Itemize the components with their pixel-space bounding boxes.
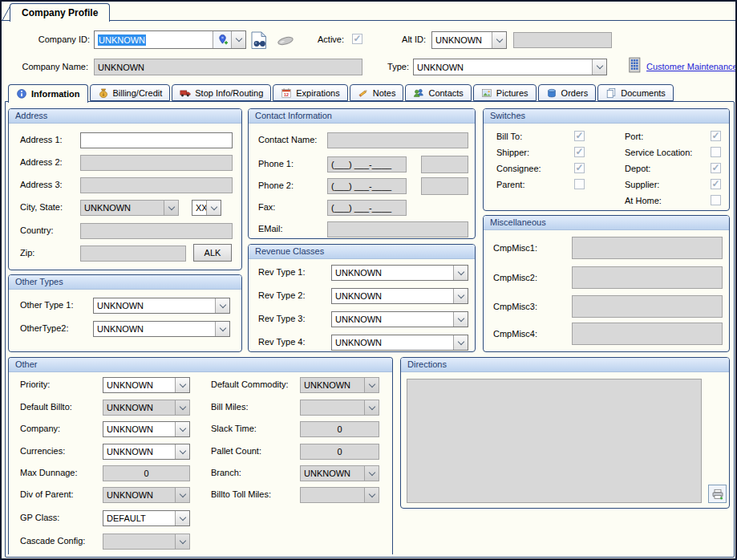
tab-expirations[interactable]: 12 Expirations [273, 84, 347, 101]
at-home-checkbox [711, 195, 721, 205]
tab-documents[interactable]: Documents [597, 84, 674, 101]
chevron-down-icon[interactable] [215, 298, 229, 313]
consignee-label: Consignee: [496, 164, 541, 173]
divider [2, 20, 735, 21]
window-title: Company Profile [22, 7, 98, 18]
miscellaneous-group-header: Miscellaneous [484, 216, 729, 230]
billto-toll-miles-combo [300, 487, 379, 503]
branch-combo: UNKNOWN [300, 465, 379, 481]
branch-value: UNKNOWN [301, 466, 364, 481]
priority-value: UNKNOWN [103, 378, 175, 392]
other-group: Other Priority: UNKNOWN Default Billto: … [8, 357, 393, 554]
phone1-ext-input [421, 156, 468, 173]
tab-orders[interactable]: Orders [538, 84, 597, 101]
pallet-count-label: Pallet Count: [211, 446, 261, 456]
documents-icon [605, 87, 617, 99]
type-combo[interactable]: UNKNOWN [413, 59, 607, 75]
chevron-down-icon[interactable] [206, 201, 221, 215]
customer-maintenance-link[interactable]: Customer Maintenance [646, 62, 737, 71]
company-combo[interactable]: UNKNOWN [103, 421, 190, 437]
div-of-parent-value: UNKNOWN [103, 488, 175, 502]
priority-combo[interactable]: UNKNOWN [103, 377, 190, 393]
phone2-ext-input [421, 177, 468, 195]
state-combo[interactable]: XX [192, 200, 221, 216]
chevron-down-icon[interactable] [175, 444, 189, 459]
alt-id-combo[interactable]: UNKNOWN [431, 31, 507, 49]
building-icon [626, 55, 643, 75]
shipper-checkbox [574, 147, 585, 157]
cascade-config-value [103, 534, 175, 549]
gp-class-combo[interactable]: DEFAULT [103, 510, 190, 526]
chevron-down-icon[interactable] [231, 31, 245, 48]
chevron-down-icon[interactable] [175, 378, 189, 392]
rev-type3-combo[interactable]: UNKNOWN [331, 311, 468, 327]
binoculars-document-icon[interactable] [249, 30, 269, 51]
company-id-combo[interactable]: UNKNOWN [94, 30, 246, 49]
other-type2-combo[interactable]: UNKNOWN [93, 321, 230, 337]
tab-pictures[interactable]: Pictures [473, 84, 537, 101]
chevron-down-icon[interactable] [453, 266, 468, 280]
address1-input[interactable] [80, 132, 233, 148]
tab-contacts[interactable]: Contacts [405, 84, 471, 101]
gp-class-value: DEFAULT [103, 511, 175, 526]
city-state-label: City, State: [20, 202, 63, 212]
max-dunnage-input: 0 [103, 465, 190, 481]
fax-input: (___) ___-____ [327, 200, 407, 216]
contact-information-group-header: Contact Information [249, 109, 475, 124]
chevron-down-icon [364, 488, 379, 502]
consignee-checkbox [574, 163, 585, 173]
service-location-checkbox [711, 147, 721, 157]
zip-input [80, 246, 186, 262]
calendar-icon: 12 [281, 87, 292, 99]
chevron-down-icon[interactable] [215, 322, 229, 336]
city-combo: UNKNOWN [80, 200, 179, 216]
cmpmisc4-label: CmpMisc4: [493, 329, 537, 339]
chevron-down-icon[interactable] [175, 422, 189, 436]
chevron-down-icon[interactable] [453, 312, 468, 327]
chevron-down-icon[interactable] [453, 289, 468, 303]
contacts-icon [413, 87, 424, 99]
rev-type4-combo[interactable]: UNKNOWN [331, 335, 468, 351]
max-dunnage-label: Max Dunnage: [20, 468, 78, 477]
picture-icon [481, 87, 492, 99]
chevron-down-icon[interactable] [592, 59, 606, 75]
chevron-down-icon[interactable] [492, 32, 506, 48]
company-profile-window: Company Profile Company ID: UNKNOWN Acti… [0, 0, 737, 560]
currencies-combo[interactable]: UNKNOWN [103, 444, 190, 460]
chevron-down-icon [364, 400, 379, 415]
cmpmisc4-input [572, 323, 723, 345]
tab-notes[interactable]: Notes [350, 84, 404, 101]
rev-type2-combo[interactable]: UNKNOWN [331, 288, 468, 304]
chevron-down-icon[interactable] [453, 335, 468, 350]
chevron-down-icon [164, 201, 178, 215]
tab-information[interactable]: Information [8, 84, 88, 103]
currencies-value: UNKNOWN [103, 444, 175, 459]
rev-type1-combo[interactable]: UNKNOWN [331, 265, 468, 281]
eraser-icon[interactable] [276, 34, 295, 47]
other-type1-label: Other Type 1: [20, 300, 73, 310]
service-location-label: Service Location: [625, 148, 692, 157]
revenue-classes-group: Revenue Classes Rev Type 1: UNKNOWN Rev … [248, 244, 476, 352]
alt-id-value: UNKNOWN [432, 32, 492, 48]
default-billto-value: UNKNOWN [103, 400, 175, 415]
priority-label: Priority: [20, 379, 50, 389]
other-type1-combo[interactable]: UNKNOWN [93, 298, 230, 314]
cmpmisc3-input [572, 295, 723, 318]
address-group: Address Address 1: Address 2: Address 3:… [8, 108, 242, 270]
window-tab-company-profile[interactable]: Company Profile [10, 3, 110, 22]
rev-type3-label: Rev Type 3: [258, 314, 306, 323]
truck-icon [180, 87, 191, 99]
branch-label: Branch: [211, 468, 241, 477]
country-label: Country: [20, 225, 54, 235]
tab-stop-info-routing[interactable]: Stop Info/Routing [172, 84, 271, 101]
map-pin-add-icon[interactable] [213, 31, 231, 48]
port-label: Port: [625, 132, 643, 141]
tab-billing-credit[interactable]: Billing/Credit [90, 84, 171, 101]
chevron-down-icon[interactable] [175, 511, 189, 526]
default-billto-combo: UNKNOWN [103, 400, 190, 416]
default-commodity-value: UNKNOWN [301, 378, 364, 392]
bill-miles-value [301, 400, 364, 415]
active-checkbox [352, 34, 362, 44]
print-directions-button[interactable] [708, 485, 727, 503]
alk-button[interactable]: ALK [193, 244, 232, 262]
